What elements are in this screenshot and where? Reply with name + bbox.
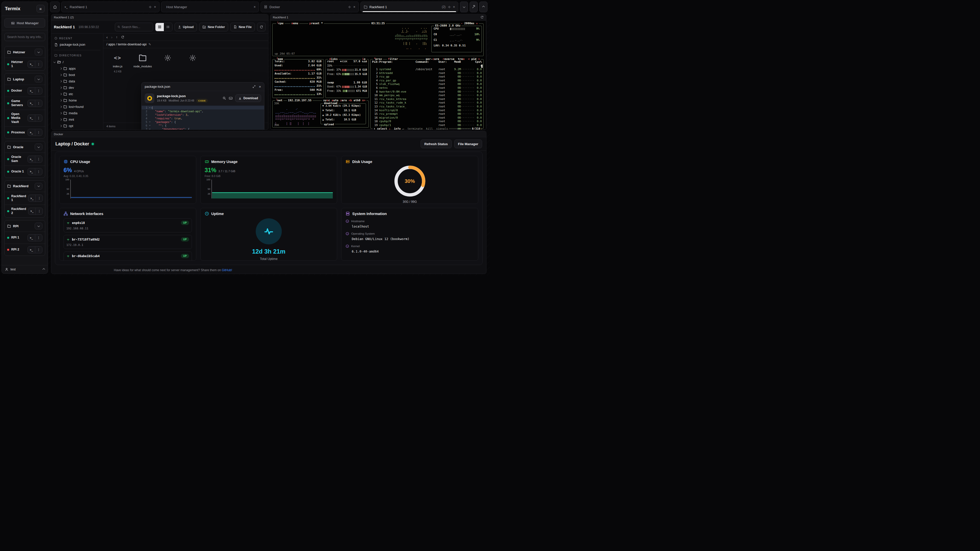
host-menu-button[interactable]: ⋮ xyxy=(35,195,43,202)
grid-view-button[interactable] xyxy=(156,23,164,31)
host-menu-button[interactable]: ⋮ xyxy=(35,87,42,94)
tab-close-button[interactable]: × xyxy=(154,5,156,9)
file-search-input[interactable] xyxy=(122,25,151,29)
file-tile-index.js[interactable]: <>index.js4.3 KB xyxy=(107,53,128,73)
search-in-file-icon[interactable] xyxy=(223,97,226,100)
group-header[interactable]: Hetzner xyxy=(5,46,45,58)
group-header[interactable]: RPI xyxy=(5,221,45,232)
new-folder-button[interactable]: New Folder xyxy=(199,23,228,32)
host-menu-button[interactable]: ⋮ xyxy=(35,208,43,214)
tree-item-boot[interactable]: boot xyxy=(54,72,100,78)
collapse-all-button[interactable] xyxy=(460,2,468,12)
tab-host-manager[interactable]: Host Manager× xyxy=(161,2,259,12)
download-button[interactable]: Download xyxy=(235,94,261,102)
host-menu-button[interactable]: ⋮ xyxy=(35,100,42,106)
group-header[interactable]: Oracle xyxy=(5,141,45,152)
process-row[interactable]: 4rcu_par_gproot0B·········0.0 xyxy=(372,79,482,83)
tree-item-etc[interactable]: etc xyxy=(54,91,100,97)
group-collapse-button[interactable] xyxy=(35,183,42,189)
split-view-button[interactable] xyxy=(448,5,451,9)
host-menu-button[interactable]: ⋮ xyxy=(35,61,42,68)
group-collapse-button[interactable] xyxy=(35,49,42,56)
user-row[interactable]: test xyxy=(2,265,48,273)
edit-path-icon[interactable]: ✎ xyxy=(148,43,151,46)
tree-item-dev[interactable]: dev xyxy=(54,84,100,91)
host-menu-button[interactable]: ⋮ xyxy=(35,115,42,121)
split-view-button[interactable] xyxy=(348,5,351,9)
process-row[interactable]: 10mm_percpu_wqroot0B·········0.0 xyxy=(372,94,482,97)
split-view-button[interactable] xyxy=(148,5,152,9)
tree-root[interactable]: / xyxy=(54,59,100,65)
group-header[interactable]: Laptop xyxy=(5,73,45,85)
file-tile[interactable] xyxy=(157,53,178,63)
process-row[interactable]: 16migration/0root0B·········0.0 xyxy=(372,116,482,120)
fold-toggle[interactable] xyxy=(148,121,151,122)
expand-icon[interactable] xyxy=(252,85,256,88)
open-terminal-button[interactable]: >_ xyxy=(28,195,35,202)
expand-all-button[interactable] xyxy=(479,2,487,12)
open-terminal-button[interactable]: >_ xyxy=(28,100,35,106)
sync-icon[interactable] xyxy=(480,16,484,19)
process-row[interactable]: 15rcu_preemptroot0B·········0.0 xyxy=(372,112,482,116)
open-terminal-button[interactable]: >_ xyxy=(28,156,35,162)
host-item-game-servers[interactable]: Game Servers>_⋮ xyxy=(5,97,45,110)
host-item-oracle-sam[interactable]: Oracle Sam>_⋮ xyxy=(5,152,45,165)
list-view-button[interactable] xyxy=(164,23,172,31)
process-table[interactable]: Pid:Program:Command:User:MemBCpu% ↑1syst… xyxy=(371,59,484,130)
tree-item-media[interactable]: media xyxy=(54,110,100,116)
forward-button[interactable]: › xyxy=(111,35,113,39)
host-item-racknerd-2[interactable]: RackNerd 2>_⋮ xyxy=(5,205,45,218)
github-link[interactable]: GitHub! xyxy=(222,268,232,272)
tree-item-opt[interactable]: opt xyxy=(54,123,100,129)
host-item-docker[interactable]: Docker>_⋮ xyxy=(5,85,45,97)
refresh-icon[interactable] xyxy=(121,35,124,39)
keyboard-icon[interactable] xyxy=(229,96,233,100)
file-tile[interactable] xyxy=(182,53,204,63)
recent-file-item[interactable]: package-lock.json xyxy=(54,42,100,49)
host-item-racknerd-1[interactable]: RackNerd 1>_⋮ xyxy=(5,192,45,205)
process-row[interactable]: 6netnsroot0B·········0.0 xyxy=(372,86,482,90)
tree-item-mnt[interactable]: mnt xyxy=(54,116,100,123)
host-item-oracle-1[interactable]: Oracle 1>_⋮ xyxy=(5,165,45,178)
process-row[interactable]: 14ksoftirqd/0root0B·········0.0 xyxy=(372,109,482,113)
process-row[interactable]: 11rcu_tasks_kthrearoot0B·········0.0 xyxy=(372,97,482,101)
tree-item-lost+found[interactable]: lost+found xyxy=(54,103,100,110)
process-row[interactable]: 18cpuhp/0root0B·········0.0 xyxy=(372,120,482,124)
fold-toggle[interactable] xyxy=(148,125,151,126)
new-file-button[interactable]: New File xyxy=(230,23,255,32)
open-terminal-button[interactable]: >_ xyxy=(28,61,35,68)
home-button[interactable] xyxy=(50,2,60,12)
group-collapse-button[interactable] xyxy=(35,144,42,150)
process-row[interactable]: 5slub_flushwqroot0B·········0.0 xyxy=(372,83,482,86)
tab-racknerd-1[interactable]: RackNerd 1(2)× xyxy=(360,2,458,12)
group-collapse-button[interactable] xyxy=(35,223,42,229)
fold-toggle[interactable] xyxy=(148,129,151,130)
process-row[interactable]: 8kworker/0:0H-everoot0B·········0.0 xyxy=(372,90,482,94)
group-header[interactable]: RackNerd xyxy=(5,181,45,192)
host-search-input[interactable] xyxy=(4,33,45,41)
file-manager-button[interactable]: File Manager xyxy=(454,140,482,148)
host-menu-button[interactable]: ⋮ xyxy=(35,234,42,241)
tree-item-apps[interactable]: apps xyxy=(54,65,100,72)
code-viewer[interactable]: 1{2"name": "termix-download-api",3"lockf… xyxy=(142,105,264,130)
tab-docker[interactable]: Docker× xyxy=(261,2,359,12)
refresh-button[interactable] xyxy=(257,23,266,32)
open-terminal-button[interactable]: >_ xyxy=(28,87,35,94)
tree-item-data[interactable]: data xyxy=(54,78,100,84)
back-button[interactable]: ‹ xyxy=(107,35,108,39)
upload-button[interactable]: Upload xyxy=(175,23,197,32)
host-menu-button[interactable]: ⋮ xyxy=(35,246,42,253)
process-row[interactable]: 13rcu_tasks_trace_root0B·········0.0 xyxy=(372,105,482,109)
process-row[interactable]: 2kthreaddroot0B·········0.0 xyxy=(372,71,482,75)
process-row[interactable]: 1systemd/sbin/initroot9.2M·········0.0 xyxy=(372,68,482,71)
open-terminal-button[interactable]: >_ xyxy=(28,246,35,253)
host-item-rpi-2[interactable]: RPI 2>_⋮ xyxy=(5,244,45,256)
close-icon[interactable]: × xyxy=(259,84,261,89)
group-collapse-button[interactable] xyxy=(35,76,42,83)
tab-racknerd-1[interactable]: >_RackNerd 1× xyxy=(61,2,159,12)
open-terminal-button[interactable]: >_ xyxy=(28,115,35,121)
up-button[interactable]: ↑ xyxy=(116,35,118,39)
file-tile-node_modules[interactable]: node_modules xyxy=(132,53,153,68)
open-terminal-button[interactable]: >_ xyxy=(28,208,35,214)
host-item-proxmox[interactable]: Proxmox>_⋮ xyxy=(5,126,45,138)
